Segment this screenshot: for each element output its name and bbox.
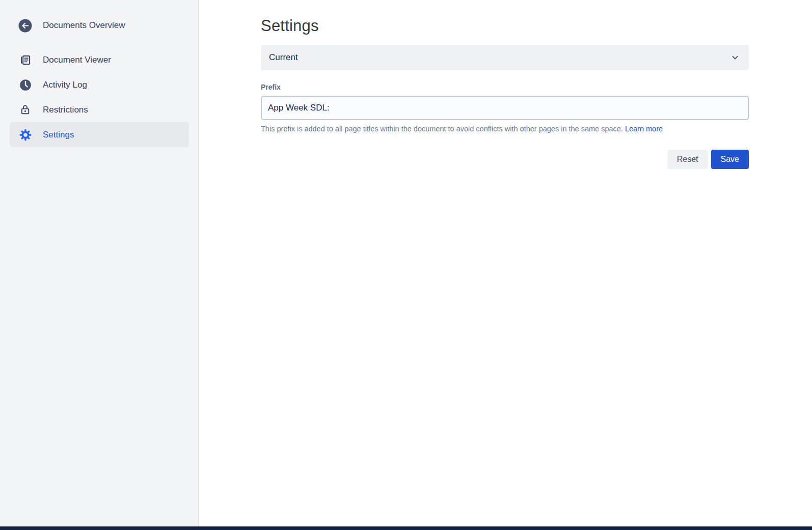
sidebar-item-label: Activity Log	[43, 80, 87, 90]
sidebar-item-label: Document Viewer	[43, 55, 111, 65]
prefix-help-text-body: This prefix is added to all page titles …	[261, 125, 623, 133]
prefix-label: Prefix	[261, 83, 749, 91]
prefix-input[interactable]	[261, 96, 749, 120]
sidebar-item-documents-overview[interactable]: Documents Overview	[0, 15, 198, 36]
chevron-down-icon	[730, 52, 740, 63]
prefix-help-text: This prefix is added to all page titles …	[261, 125, 749, 133]
window-bottom-edge	[0, 526, 812, 530]
learn-more-link[interactable]: Learn more	[625, 125, 663, 133]
app-window: Documents Overview Document Viewer Activ…	[0, 0, 812, 526]
form-actions: Reset Save	[261, 150, 749, 169]
sidebar-item-label: Documents Overview	[43, 20, 125, 31]
version-dropdown-value: Current	[269, 52, 298, 63]
clock-icon	[18, 78, 32, 92]
main-content: Settings Current Prefix This prefix is a…	[199, 0, 812, 526]
back-arrow-icon	[18, 19, 32, 33]
document-viewer-icon	[18, 53, 32, 67]
sidebar-item-document-viewer[interactable]: Document Viewer	[0, 47, 198, 72]
lock-icon	[18, 103, 32, 117]
sidebar-item-label: Settings	[43, 130, 74, 140]
sidebar-item-activity-log[interactable]: Activity Log	[0, 72, 198, 97]
sidebar-item-settings[interactable]: Settings	[10, 122, 189, 147]
sidebar-item-label: Restrictions	[43, 105, 88, 115]
gear-icon	[18, 128, 32, 142]
sidebar-item-restrictions[interactable]: Restrictions	[0, 97, 198, 122]
save-button[interactable]: Save	[711, 150, 749, 169]
page-title: Settings	[261, 17, 749, 35]
reset-button[interactable]: Reset	[667, 150, 708, 169]
sidebar: Documents Overview Document Viewer Activ…	[0, 0, 199, 526]
version-dropdown[interactable]: Current	[261, 45, 749, 70]
